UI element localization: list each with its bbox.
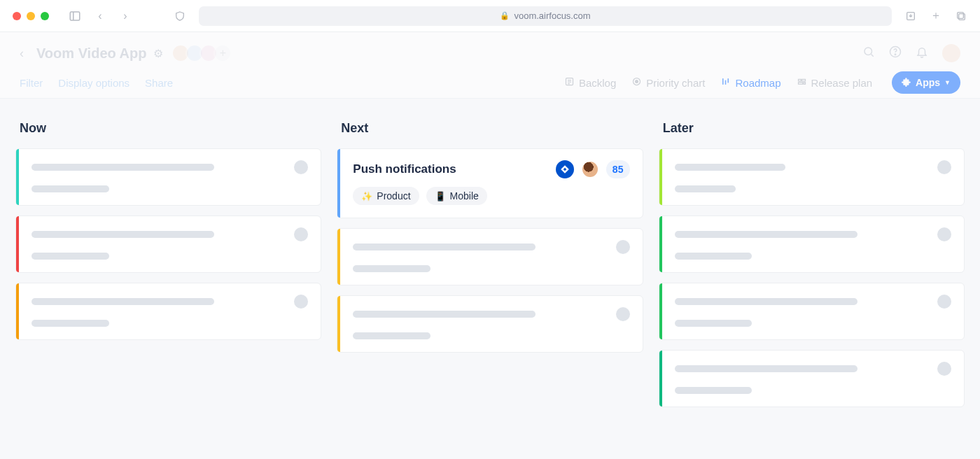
card-title: Push notifications: [353, 162, 456, 176]
card-accent: [337, 149, 340, 218]
column-title: Now: [20, 121, 317, 136]
card-placeholder[interactable]: [659, 350, 965, 407]
tab-priority-chart-label: Priority chart: [646, 77, 705, 89]
tag-product[interactable]: ✨ Product: [353, 187, 419, 205]
svg-rect-18: [798, 79, 801, 81]
tab-backlog[interactable]: Backlog: [564, 76, 616, 89]
card-placeholder[interactable]: [337, 228, 643, 285]
target-icon: [631, 76, 642, 89]
current-user-avatar[interactable]: [942, 44, 960, 62]
project-title: Voom Video App: [36, 45, 146, 62]
card-accent: [16, 283, 19, 339]
assignee-avatar[interactable]: [581, 160, 599, 178]
member-avatars[interactable]: +: [176, 44, 232, 62]
window-controls: [13, 12, 49, 20]
assignee-placeholder-icon: [616, 240, 630, 254]
nav-forward-icon[interactable]: ›: [119, 10, 132, 22]
card-placeholder[interactable]: [15, 283, 321, 340]
apps-button-label: Apps: [916, 77, 940, 88]
address-bar[interactable]: 🔒 voom.airfocus.com: [199, 6, 892, 26]
release-plan-icon: [797, 76, 807, 89]
column-later: Later: [659, 121, 965, 417]
card-accent: [659, 216, 662, 272]
search-icon[interactable]: [862, 45, 875, 62]
card-accent: [16, 216, 19, 272]
svg-rect-4: [958, 12, 964, 18]
card-placeholder[interactable]: [15, 216, 321, 273]
assignee-placeholder-icon: [937, 295, 951, 309]
lock-icon: 🔒: [500, 11, 510, 20]
assignee-placeholder-icon: [616, 307, 630, 321]
tab-roadmap[interactable]: Roadmap: [720, 76, 780, 89]
svg-point-5: [864, 48, 872, 55]
notifications-icon[interactable]: [916, 45, 928, 62]
tab-release-plan[interactable]: Release plan: [797, 76, 873, 89]
card-placeholder[interactable]: [15, 148, 321, 206]
priority-score: 85: [606, 160, 630, 178]
tabs-overview-icon[interactable]: [955, 10, 967, 22]
assignee-placeholder-icon: [937, 160, 951, 174]
roadmap-board: Now Next Push notifications: [0, 99, 980, 439]
help-icon[interactable]: [889, 45, 902, 62]
tab-roadmap-label: Roadmap: [735, 77, 780, 89]
card-accent: [337, 296, 340, 352]
assignee-placeholder-icon: [294, 160, 308, 174]
card-accent: [659, 283, 662, 339]
tab-priority-chart[interactable]: Priority chart: [631, 76, 705, 89]
assignee-placeholder-icon: [937, 227, 951, 241]
tag-label: Mobile: [450, 190, 479, 202]
privacy-shield-icon[interactable]: [174, 10, 186, 22]
column-title: Next: [341, 121, 638, 136]
column-now: Now: [15, 121, 321, 417]
card-accent: [16, 149, 19, 205]
nav-back-icon[interactable]: ‹: [94, 10, 106, 22]
svg-rect-20: [798, 83, 802, 85]
card-placeholder[interactable]: [337, 295, 643, 353]
tab-release-plan-label: Release plan: [811, 77, 873, 89]
window-zoom-icon[interactable]: [41, 12, 49, 20]
column-next: Next Push notifications 85 ✨ Product: [337, 121, 643, 417]
jira-icon[interactable]: [556, 160, 574, 178]
tag-mobile[interactable]: 📱 Mobile: [426, 187, 487, 205]
back-button[interactable]: ‹: [20, 46, 24, 61]
card-accent: [659, 351, 662, 407]
add-member-button[interactable]: +: [214, 44, 232, 62]
card-placeholder[interactable]: [659, 148, 965, 206]
display-options-link[interactable]: Display options: [58, 77, 130, 89]
chevron-down-icon: ▼: [944, 79, 951, 86]
column-title: Later: [663, 121, 960, 136]
card-accent: [659, 149, 662, 205]
sparkle-icon: ✨: [361, 191, 372, 202]
card-tags: ✨ Product 📱 Mobile: [353, 187, 629, 205]
svg-point-8: [895, 54, 896, 55]
roadmap-icon: [720, 76, 731, 89]
sidebar-toggle-icon[interactable]: [69, 10, 81, 22]
assignee-placeholder-icon: [937, 362, 951, 376]
backlog-icon: [564, 76, 575, 89]
filter-link[interactable]: Filter: [20, 77, 43, 89]
app-header: ‹ Voom Video App ⚙ + Filter Display o: [0, 32, 980, 99]
svg-rect-21: [804, 83, 806, 85]
new-tab-icon[interactable]: ＋: [930, 10, 942, 22]
download-icon[interactable]: [904, 10, 917, 22]
apps-button[interactable]: Apps ▼: [892, 71, 960, 94]
card-push-notifications[interactable]: Push notifications 85 ✨ Product 📱 Mobile: [337, 148, 643, 218]
subnav: Filter Display options Share Backlog Pri…: [20, 67, 960, 98]
svg-rect-19: [802, 79, 805, 81]
settings-gear-icon[interactable]: ⚙: [153, 47, 163, 60]
puzzle-icon: [902, 77, 911, 89]
svg-point-14: [636, 80, 638, 83]
share-link[interactable]: Share: [145, 77, 173, 89]
tag-label: Product: [377, 190, 410, 202]
window-close-icon[interactable]: [13, 12, 21, 20]
mobile-icon: 📱: [435, 191, 446, 202]
assignee-placeholder-icon: [294, 295, 308, 309]
svg-rect-3: [959, 13, 965, 20]
tab-backlog-label: Backlog: [579, 77, 616, 89]
assignee-placeholder-icon: [294, 227, 308, 241]
card-placeholder[interactable]: [659, 283, 965, 340]
window-minimize-icon[interactable]: [27, 12, 35, 20]
address-bar-text: voom.airfocus.com: [514, 10, 590, 21]
svg-rect-0: [70, 12, 80, 20]
card-placeholder[interactable]: [659, 216, 965, 273]
